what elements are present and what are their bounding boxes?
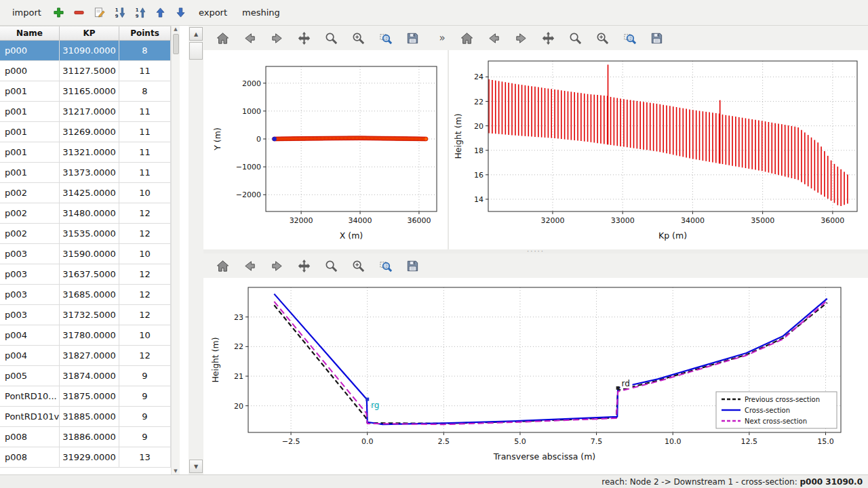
zoom-in-button[interactable] [347,28,369,48]
scroll-down-icon[interactable]: ▼ [174,468,177,474]
home-button[interactable] [456,28,477,48]
table-row[interactable]: p00331685.000012 [0,285,171,305]
table-row[interactable]: p00231425.000010 [0,183,171,203]
table-row[interactable]: p00331637.500012 [0,264,171,285]
svg-text:2.5: 2.5 [438,437,450,446]
long-profile-plot[interactable]: 3200033000340003500036000141618202224Kp … [449,50,868,249]
sort-descending-button[interactable]: 19 [111,4,130,22]
zoom-in-icon [351,259,366,273]
table-scrollbar[interactable]: ▲ ▼ [171,26,180,474]
zoom-in-button[interactable] [347,256,369,276]
table-row[interactable]: p00331590.000010 [0,244,171,264]
bottom-toolbar-row [203,253,868,278]
table-cell: 31165.0000 [60,81,119,101]
zoom-in-button[interactable] [591,28,613,48]
column-header-points[interactable]: Points [119,26,171,40]
table-cell: 12 [119,264,171,284]
zoom-button[interactable] [320,256,342,276]
import-button[interactable]: import [5,4,48,21]
panel-scroll-down-button[interactable]: ▼ [189,460,203,473]
panel-scrollbar[interactable]: ▲ ▼ [189,26,203,474]
home-button[interactable] [212,256,233,276]
table-row[interactable]: p00231480.000012 [0,203,171,224]
pan-button[interactable] [537,28,559,48]
minus-icon [73,7,85,18]
table-row[interactable]: PontRD10...31875.00009 [0,386,171,407]
zoom-button[interactable] [320,28,342,48]
plan-view-plot[interactable]: 320003400036000−2000−1000010002000X (m)Y… [203,50,448,249]
table-cell: 10 [119,325,171,345]
table-cell: 31217.0000 [60,102,119,121]
table-row[interactable]: p00031127.500011 [0,61,171,81]
sort-ascending-button[interactable]: 19 [131,4,150,22]
remove-button[interactable] [70,4,89,22]
zoom-to-rect-button[interactable] [618,28,640,48]
table-row[interactable]: p00231535.000012 [0,224,171,244]
forward-button[interactable] [510,28,532,48]
table-row[interactable]: p00531874.00009 [0,366,171,386]
panel-scroll-up-button[interactable]: ▲ [189,27,203,41]
up-arrow-icon: ▲ [194,31,198,37]
table-row[interactable]: p00131321.000011 [0,142,171,163]
toolbar-overflow-chevron[interactable]: » [437,26,448,50]
table-cell: 11 [119,102,171,121]
svg-text:rg: rg [371,401,379,410]
zoom-to-rect-button[interactable] [374,256,396,276]
table-row[interactable]: p00031090.00008 [0,41,171,61]
application-window: import 1919 export meshing Name KP Point… [0,0,868,488]
table-row[interactable]: p00831929.000013 [0,447,171,468]
cross-section-plot[interactable]: rgrdPrevious cross-sectionCross-sectionN… [203,278,868,474]
pan-icon [541,31,555,45]
table-cell: 9 [119,386,171,406]
plan-plot-toolbar [203,26,437,50]
back-button[interactable] [239,28,260,48]
scroll-up-icon[interactable]: ▲ [174,26,177,33]
svg-text:36000: 36000 [407,216,431,225]
table-row[interactable]: p00131269.000011 [0,122,171,142]
add-button[interactable] [50,4,68,22]
zoom-to-rect-icon [378,259,393,273]
zoom-in-icon [595,31,610,45]
table-cell: 13 [119,447,171,467]
home-icon [216,31,230,45]
table-row[interactable]: p00431780.000010 [0,325,171,346]
table-cell: 12 [119,224,171,243]
svg-text:21: 21 [234,372,243,381]
svg-text:20: 20 [474,122,484,131]
table-cell: p003 [0,305,60,325]
table-row[interactable]: p00431827.000012 [0,346,171,366]
svg-text:Height (m): Height (m) [210,337,220,382]
panel-scroll-thumb[interactable] [189,42,203,60]
pan-button[interactable] [293,28,315,48]
table-row[interactable]: p00131217.000011 [0,102,171,122]
plan-plot-canvas: 320003400036000−2000−1000010002000X (m)Y… [203,50,448,249]
table-row[interactable]: p00131373.000011 [0,163,171,183]
zoom-button[interactable] [564,28,586,48]
table-row[interactable]: PontRD101v31885.00009 [0,407,171,427]
forward-button[interactable] [266,28,288,48]
column-header-name[interactable]: Name [0,26,60,40]
pan-button[interactable] [293,256,315,276]
home-button[interactable] [212,28,233,48]
export-button[interactable]: export [192,4,234,21]
table-cell: 11 [119,61,171,81]
table-row[interactable]: p00331732.500012 [0,305,171,325]
forward-button[interactable] [266,256,288,276]
table-cell: 12 [119,305,171,325]
table-cell: p003 [0,285,60,304]
meshing-button[interactable]: meshing [235,4,287,21]
save-button[interactable] [646,28,667,48]
back-button[interactable] [239,256,260,276]
zoom-to-rect-button[interactable] [374,28,396,48]
edit-button[interactable] [90,4,109,22]
move-up-button[interactable] [151,4,170,22]
table-cell: 31480.0000 [60,203,119,223]
table-row[interactable]: p00831886.00009 [0,427,171,447]
back-button[interactable] [483,28,505,48]
column-header-kp[interactable]: KP [60,26,119,40]
save-button[interactable] [401,28,423,48]
table-row[interactable]: p00131165.00008 [0,81,171,102]
move-down-button[interactable] [172,4,191,22]
save-button[interactable] [401,256,423,276]
table-scroll-thumb[interactable] [173,34,179,54]
